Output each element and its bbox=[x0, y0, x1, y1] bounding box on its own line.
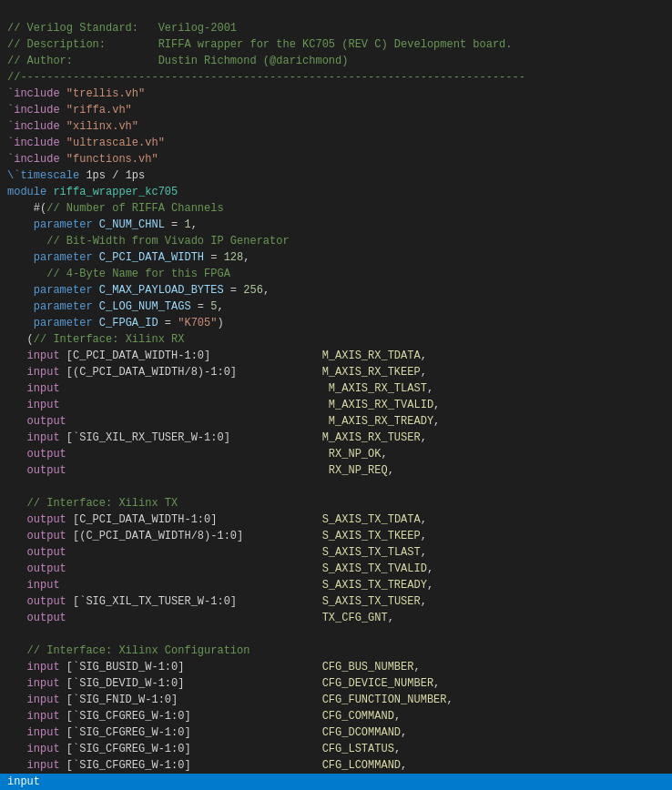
code-line: output [`SIG_XIL_TX_TUSER_W-1:0] S_AXIS_… bbox=[7, 593, 665, 610]
code-line: output [(C_PCI_DATA_WIDTH/8)-1:0] S_AXIS… bbox=[7, 528, 665, 544]
code-line: input [`SIG_XIL_RX_TUSER_W-1:0] M_AXIS_R… bbox=[7, 430, 665, 446]
code-editor: // Verilog Standard: Verilog-2001// Desc… bbox=[0, 0, 672, 790]
code-line: #(// Number of RIFFA Channels bbox=[7, 200, 665, 217]
code-line: // Interface: Xilinx TX bbox=[7, 495, 665, 511]
code-line: output TX_CFG_GNT, bbox=[7, 610, 665, 626]
code-line: output S_AXIS_TX_TVALID, bbox=[7, 561, 665, 577]
code-line: input [C_PCI_DATA_WIDTH-1:0] M_AXIS_RX_T… bbox=[7, 348, 665, 364]
code-line: output RX_NP_REQ, bbox=[7, 462, 665, 479]
code-line: \`timescale 1ps / 1ps bbox=[7, 167, 665, 184]
status-bar: input bbox=[0, 774, 672, 790]
code-line: `include "riffa.vh" bbox=[7, 102, 665, 118]
code-line: output M_AXIS_RX_TREADY, bbox=[7, 413, 665, 430]
code-line: input [`SIG_BUSID_W-1:0] CFG_BUS_NUMBER, bbox=[7, 659, 665, 675]
code-line: // Interface: Xilinx Configuration bbox=[7, 643, 665, 659]
code-line: input [`SIG_CFGREG_W-1:0] CFG_LSTATUS, bbox=[7, 741, 665, 757]
code-line: input [`SIG_CFGREG_W-1:0] CFG_COMMAND, bbox=[7, 708, 665, 724]
code-line: parameter C_FPGA_ID = "K705") bbox=[7, 315, 665, 331]
code-line: //--------------------------------------… bbox=[7, 69, 665, 86]
status-label: input bbox=[7, 775, 40, 788]
code-line bbox=[7, 626, 665, 643]
code-line: parameter C_MAX_PAYLOAD_BYTES = 256, bbox=[7, 282, 665, 299]
code-line: input [(C_PCI_DATA_WIDTH/8)-1:0] M_AXIS_… bbox=[7, 364, 665, 380]
code-line: input [`SIG_CFGREG_W-1:0] CFG_DCOMMAND, bbox=[7, 724, 665, 741]
code-line: input M_AXIS_RX_TLAST, bbox=[7, 380, 665, 397]
code-line: input S_AXIS_TX_TREADY, bbox=[7, 577, 665, 593]
code-line: // Author: Dustin Richmond (@darichmond) bbox=[7, 53, 665, 69]
code-line: // Description: RIFFA wrapper for the KC… bbox=[7, 36, 665, 53]
code-line: input [`SIG_CFGREG_W-1:0] CFG_LCOMMAND, bbox=[7, 757, 665, 774]
code-line: `include "ultrascale.vh" bbox=[7, 135, 665, 151]
code-line: input M_AXIS_RX_TVALID, bbox=[7, 397, 665, 413]
code-line: `include "xilinx.vh" bbox=[7, 118, 665, 135]
code-line: module riffa_wrapper_kc705 bbox=[7, 184, 665, 200]
code-line: input [`SIG_DEVID_W-1:0] CFG_DEVICE_NUMB… bbox=[7, 675, 665, 692]
code-line: `include "functions.vh" bbox=[7, 151, 665, 167]
code-line: output S_AXIS_TX_TLAST, bbox=[7, 544, 665, 561]
code-line bbox=[7, 479, 665, 495]
code-line: output RX_NP_OK, bbox=[7, 446, 665, 462]
code-line: // Bit-Width from Vivado IP Generator bbox=[7, 233, 665, 249]
code-line: parameter C_PCI_DATA_WIDTH = 128, bbox=[7, 249, 665, 266]
code-line: // 4-Byte Name for this FPGA bbox=[7, 266, 665, 282]
code-line: output [C_PCI_DATA_WIDTH-1:0] S_AXIS_TX_… bbox=[7, 511, 665, 528]
code-line: parameter C_NUM_CHNL = 1, bbox=[7, 217, 665, 233]
code-line: `include "trellis.vh" bbox=[7, 86, 665, 102]
code-line: (// Interface: Xilinx RX bbox=[7, 331, 665, 348]
code-line: // Verilog Standard: Verilog-2001 bbox=[7, 20, 665, 36]
code-line: input [`SIG_FNID_W-1:0] CFG_FUNCTION_NUM… bbox=[7, 692, 665, 708]
code-line: parameter C_LOG_NUM_TAGS = 5, bbox=[7, 299, 665, 315]
